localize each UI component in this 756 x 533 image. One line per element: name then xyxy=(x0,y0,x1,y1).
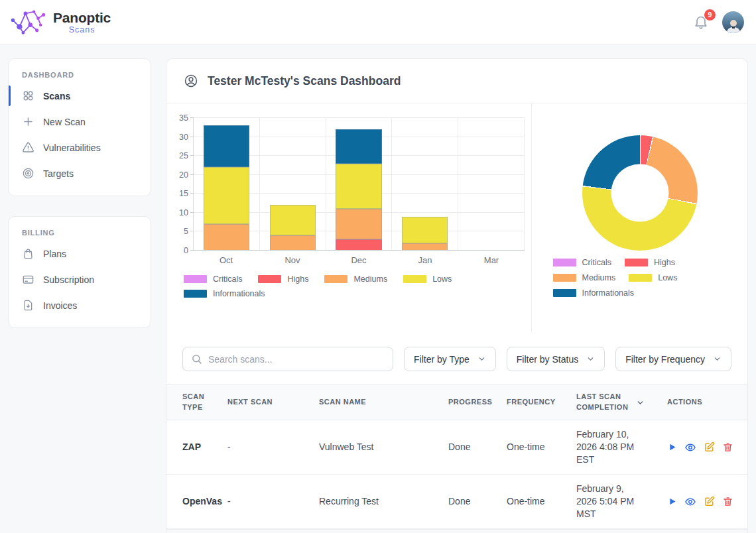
legend-swatch xyxy=(184,275,207,283)
legend-item-mediums: Mediums xyxy=(553,273,616,282)
sidebar-item-plans[interactable]: Plans xyxy=(9,241,151,266)
network-logo-icon xyxy=(9,8,48,37)
bar-column-mar xyxy=(458,118,525,251)
scans-dashboard-card: Tester McTesty's Scans Dashboard 0510152… xyxy=(166,58,748,533)
column-header-actions: Actions xyxy=(667,397,747,408)
grid-icon xyxy=(22,89,34,102)
run-scan-button[interactable] xyxy=(667,442,677,452)
cell-frequency: One-time xyxy=(507,495,576,508)
sidebar-section-title: BILLING xyxy=(9,229,151,237)
legend-swatch xyxy=(553,289,576,297)
search-box xyxy=(182,347,393,371)
y-axis-label: 10 xyxy=(179,208,188,217)
dashboard-titlebar: Tester McTesty's Scans Dashboard xyxy=(166,59,747,103)
legend-label: Mediums xyxy=(582,273,616,282)
chevron-down-icon xyxy=(477,355,486,363)
column-header-frequency: Frequency xyxy=(507,397,576,408)
bar-segment-mediums xyxy=(336,209,381,239)
severity-donut-panel: Criticals Highs Mediums Lows Information… xyxy=(531,103,747,332)
bar-segment-informationals xyxy=(204,125,249,167)
scan-filters-bar: Filter by Type Filter by Status Filter b… xyxy=(166,332,747,385)
sidebar-item-scans[interactable]: Scans xyxy=(9,83,151,109)
vulnerabilities-bar-chart: 05101520253035 OctNovDecJanMar Criticals… xyxy=(166,103,531,332)
legend-swatch xyxy=(553,259,576,266)
column-header-progress: Progress xyxy=(448,397,507,408)
x-axis-label: Jan xyxy=(392,255,458,265)
legend-label: Lows xyxy=(658,273,677,282)
filter-dropdown-filter-by-status[interactable]: Filter by Status xyxy=(507,347,605,371)
legend-swatch xyxy=(184,290,207,298)
column-header-last-scan-completion[interactable]: Last Scan Completion xyxy=(576,392,667,413)
cell-scan-name: Vulnweb Test xyxy=(319,441,448,453)
notification-count-badge: 9 xyxy=(704,9,716,21)
invoice-icon xyxy=(22,299,34,312)
delete-scan-button[interactable] xyxy=(722,442,733,453)
cell-progress: Done xyxy=(448,495,507,508)
charts-section: 05101520253035 OctNovDecJanMar Criticals… xyxy=(166,103,747,332)
sidebar-item-label: Subscription xyxy=(43,274,94,285)
bar-column-dec xyxy=(326,118,393,251)
sidebar-item-subscription[interactable]: Subscription xyxy=(9,266,151,292)
table-row: OpenVas - Recurring Test Done One-time F… xyxy=(166,475,747,529)
view-scan-button[interactable] xyxy=(684,442,696,453)
y-axis-label: 20 xyxy=(179,170,188,180)
cell-last-scan-completion: February 10, 2026 4:08 PM EST xyxy=(576,428,649,466)
legend-swatch xyxy=(258,275,281,283)
brand-logo[interactable]: Panoptic Scans xyxy=(9,8,111,37)
sidebar-section-dashboard: DASHBOARD Scans New Scan Vulnerabilities… xyxy=(8,58,151,196)
filter-label: Filter by Status xyxy=(517,354,578,365)
view-scan-button[interactable] xyxy=(684,496,696,508)
y-axis-label: 5 xyxy=(184,227,188,236)
filter-dropdown-filter-by-type[interactable]: Filter by Type xyxy=(404,347,496,371)
run-scan-button[interactable] xyxy=(667,497,677,506)
bar-column-nov xyxy=(260,118,326,251)
column-header-label: Last Scan Completion xyxy=(576,392,633,413)
user-avatar[interactable] xyxy=(722,11,744,33)
legend-swatch xyxy=(553,274,576,282)
notifications-button[interactable]: 9 xyxy=(693,14,710,31)
legend-label: Highs xyxy=(287,274,308,284)
column-header-scan-name: Scan Name xyxy=(319,397,448,408)
plus-icon xyxy=(22,115,34,128)
sidebar-item-label: Invoices xyxy=(43,300,77,311)
sidebar-item-new-scan[interactable]: New Scan xyxy=(9,109,151,135)
edit-scan-button[interactable] xyxy=(704,496,715,507)
bar-segment-lows xyxy=(336,164,381,209)
credit-card-icon xyxy=(22,273,34,286)
cell-scan-type: ZAP xyxy=(182,441,227,453)
bar-segment-mediums xyxy=(204,224,249,251)
edit-scan-button[interactable] xyxy=(704,442,715,453)
user-circle-icon xyxy=(184,74,198,88)
column-header-label: Frequency xyxy=(507,397,556,408)
donut-hole xyxy=(611,164,668,222)
sidebar-item-targets[interactable]: Targets xyxy=(9,160,151,186)
legend-item-lows: Lows xyxy=(403,274,452,284)
column-header-label: Next Scan xyxy=(227,397,273,408)
bar-segment-mediums xyxy=(270,235,316,251)
table-header-row: Scan Type Next Scan Scan Name Progress F… xyxy=(166,385,747,420)
legend-item-lows: Lows xyxy=(629,273,677,282)
column-header-label: Actions xyxy=(667,397,702,408)
brand-subtitle: Scans xyxy=(53,26,111,34)
delete-scan-button[interactable] xyxy=(722,496,733,507)
search-scans-input[interactable] xyxy=(208,354,385,365)
y-axis-label: 35 xyxy=(179,113,188,123)
legend-item-highs: Highs xyxy=(258,274,308,284)
bar-segment-lows xyxy=(402,217,448,243)
cell-frequency: One-time xyxy=(507,441,576,453)
legend-item-criticals: Criticals xyxy=(553,258,611,267)
cell-progress: Done xyxy=(448,441,507,453)
sidebar-item-label: New Scan xyxy=(43,117,86,127)
filter-label: Filter by Type xyxy=(414,354,470,365)
brand-name: Panoptic xyxy=(53,11,111,25)
chevron-down-icon xyxy=(586,355,595,363)
table-row: ZAP - Vulnweb Test Done One-time Februar… xyxy=(166,420,747,475)
cell-scan-type: OpenVas xyxy=(182,495,227,508)
sidebar-item-invoices[interactable]: Invoices xyxy=(9,292,151,318)
legend-label: Lows xyxy=(432,274,452,284)
y-axis-label: 15 xyxy=(179,189,188,198)
sidebar-item-vulnerabilities[interactable]: Vulnerabilities xyxy=(9,135,151,160)
filter-dropdown-filter-by-frequency[interactable]: Filter by Frequency xyxy=(615,347,731,371)
sidebar-item-label: Targets xyxy=(43,168,74,179)
page-title: Tester McTesty's Scans Dashboard xyxy=(208,74,401,88)
